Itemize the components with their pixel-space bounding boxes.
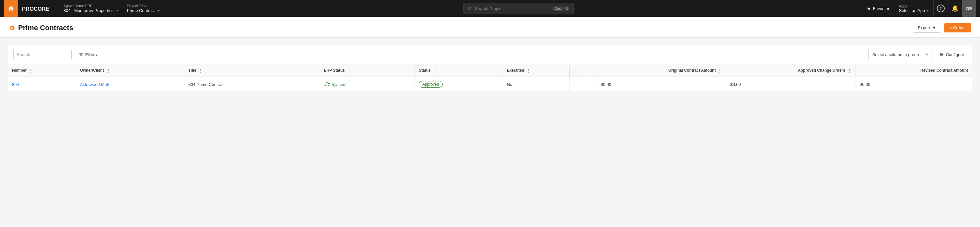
- approved-col-menu[interactable]: ⋮: [847, 68, 852, 73]
- revised-amount-value: $0.00: [860, 82, 870, 87]
- apps-selector[interactable]: Apps Select an App ▼: [895, 0, 933, 17]
- top-navigation: PROCORE Agave Demo ERP 804 - Monterrey P…: [0, 0, 980, 17]
- tools-label: Project Tools: [127, 4, 171, 8]
- svg-point-10: [942, 54, 942, 55]
- help-icon: ?: [937, 5, 945, 12]
- number-header-label: Number: [12, 68, 27, 73]
- erp-label: Agave Demo ERP: [64, 4, 119, 8]
- header-actions: Export ▼ + Create: [913, 23, 971, 33]
- search-icon: [468, 6, 472, 11]
- col-header-title: Title ⋮: [185, 65, 320, 77]
- favorites-button[interactable]: ★ Favorites: [862, 6, 894, 11]
- k-key: K: [564, 6, 570, 11]
- title-header-label: Title: [188, 68, 196, 73]
- tools-selector[interactable]: Project Tools Prime Contra... ▼: [123, 0, 175, 17]
- contract-number-link[interactable]: 804: [12, 82, 19, 87]
- number-col-menu[interactable]: ⋮: [29, 68, 33, 73]
- erp-header-label: ERP Status: [324, 68, 345, 73]
- configure-button[interactable]: Configure: [936, 50, 967, 59]
- cell-original-amount: $0.00: [597, 77, 726, 92]
- cell-status: Approved: [415, 77, 503, 92]
- apps-label: Apps: [899, 4, 929, 8]
- contract-title: 804 Prime Contract: [188, 82, 224, 87]
- svg-point-11: [940, 56, 941, 56]
- cell-approved-orders: $0.00: [726, 77, 856, 92]
- favorites-label: Favorites: [873, 6, 890, 11]
- table-header-row: Number ⋮ Owner/Client ⋮ Title ⋮: [8, 65, 972, 77]
- create-button[interactable]: + Create: [944, 23, 971, 32]
- cell-title: 804 Prime Contract: [185, 77, 320, 92]
- cell-spacer: [570, 77, 597, 92]
- original-col-menu[interactable]: ⋮: [718, 68, 722, 73]
- project-selector[interactable]: Agave Demo ERP 804 - Monterrey Propertie…: [60, 0, 123, 17]
- cell-number: 804: [8, 77, 76, 92]
- page-header: ⚙ Prime Contracts Export ▼ + Create: [0, 17, 980, 38]
- user-avatar[interactable]: DE: [962, 0, 976, 17]
- table-toolbar: Filters Select a column to group ▼: [8, 45, 972, 65]
- project-search-box[interactable]: Cmd K: [463, 3, 574, 14]
- svg-text:PROCORE: PROCORE: [22, 6, 49, 12]
- table-header: Number ⋮ Owner/Client ⋮ Title ⋮: [8, 65, 972, 77]
- export-label: Export: [918, 25, 930, 30]
- page-title: Prime Contracts: [18, 24, 73, 32]
- project-search-input[interactable]: [475, 6, 550, 11]
- page-content: ⚙ Prime Contracts Export ▼ + Create: [0, 17, 980, 92]
- spacer-col-menu[interactable]: ⋮: [574, 68, 578, 73]
- home-icon: [8, 5, 14, 12]
- owner-link[interactable]: Alderwood Mall: [80, 82, 109, 87]
- sync-icon: [324, 82, 330, 86]
- cell-executed: No: [503, 77, 570, 92]
- home-button[interactable]: [4, 0, 18, 17]
- apps-chevron: ▼: [926, 9, 929, 12]
- executed-value: No: [507, 82, 512, 87]
- status-badge: Approved: [419, 81, 442, 88]
- table-search-input[interactable]: [17, 52, 71, 57]
- executed-col-menu[interactable]: ⋮: [526, 68, 531, 73]
- status-header-label: Status: [419, 68, 431, 73]
- nav-right-section: Apps Select an App ▼ ? 🔔 DE: [895, 0, 976, 17]
- cmd-key: Cmd: [553, 6, 563, 11]
- project-name: 804 - Monterrey Properties: [64, 8, 114, 13]
- group-by-dropdown[interactable]: Select a column to group ▼: [868, 49, 933, 60]
- cell-revised-amount: $0.00: [856, 77, 972, 92]
- status-col-menu[interactable]: ⋮: [433, 68, 437, 73]
- col-header-erp: ERP Status ⋮: [320, 65, 415, 77]
- project-dropdown-chevron: ▼: [116, 9, 119, 12]
- col-header-number: Number ⋮: [8, 65, 76, 77]
- revised-header-label: Revised Contract Amount: [920, 68, 968, 73]
- erp-status-badge: Synced: [324, 82, 411, 87]
- col-header-status: Status ⋮: [415, 65, 503, 77]
- help-button[interactable]: ?: [933, 0, 948, 17]
- group-select-placeholder: Select a column to group: [872, 52, 919, 57]
- table-row: 804 Alderwood Mall 804 Prime Contract: [8, 77, 972, 92]
- owner-col-menu[interactable]: ⋮: [106, 68, 110, 73]
- search-area: Cmd K: [175, 3, 863, 14]
- page-title-area: ⚙ Prime Contracts: [9, 24, 73, 32]
- col-header-original: Original Contract Amount ⋮: [597, 65, 726, 77]
- tools-name: Prime Contra...: [127, 8, 155, 13]
- group-select-chevron: ▼: [925, 53, 929, 56]
- configure-label: Configure: [946, 52, 964, 57]
- contracts-table: Number ⋮ Owner/Client ⋮ Title ⋮: [8, 65, 972, 92]
- col-header-approved: Approved Change Orders ⋮: [726, 65, 856, 77]
- svg-point-9: [940, 53, 941, 54]
- owner-header-label: Owner/Client: [80, 68, 104, 73]
- erp-col-menu[interactable]: ⋮: [347, 68, 351, 73]
- original-header-label: Original Contract Amount: [668, 68, 716, 73]
- filters-button[interactable]: Filters: [75, 50, 100, 59]
- notifications-button[interactable]: 🔔: [948, 0, 962, 17]
- erp-status-text: Synced: [331, 82, 345, 87]
- col-header-executed: Executed ⋮: [503, 65, 570, 77]
- group-select-area: Select a column to group ▼ Configure: [868, 49, 967, 60]
- export-button[interactable]: Export ▼: [913, 23, 941, 33]
- original-amount-value: $0.00: [601, 82, 611, 87]
- executed-header-label: Executed: [507, 68, 524, 73]
- tools-dropdown-chevron: ▼: [157, 9, 161, 12]
- col-header-spacer: ⋮: [570, 65, 597, 77]
- approved-header-label: Approved Change Orders: [798, 68, 845, 73]
- create-label: + Create: [950, 25, 966, 30]
- table-search-box[interactable]: [13, 49, 72, 60]
- cell-erp-status: Synced: [320, 77, 415, 92]
- title-col-menu[interactable]: ⋮: [198, 68, 203, 73]
- apps-sub-label: Select an App: [899, 8, 925, 13]
